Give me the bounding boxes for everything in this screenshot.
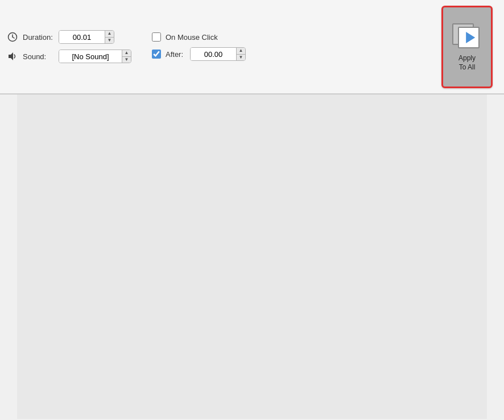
duration-input[interactable] [59, 31, 105, 43]
duration-spinner-buttons: ▲ ▼ [105, 31, 114, 43]
canvas-area [17, 94, 487, 419]
svg-line-2 [13, 37, 14, 38]
svg-marker-3 [9, 52, 13, 60]
after-spinner-buttons: ▲ ▼ [236, 48, 245, 60]
toolbar-middle-fields: On Mouse Click After: ▲ ▼ [152, 32, 246, 61]
duration-decrement-button[interactable]: ▼ [105, 37, 114, 44]
toolbar: Duration: ▲ ▼ Sound: ▲ [0, 0, 504, 94]
toolbar-right: Apply To All [441, 6, 497, 88]
sound-increment-button[interactable]: ▲ [122, 50, 131, 56]
after-input[interactable] [191, 48, 236, 60]
apply-to-all-icon [452, 21, 482, 51]
sound-spinner[interactable]: ▲ ▼ [59, 50, 131, 63]
after-checkbox[interactable] [152, 50, 161, 59]
duration-row: Duration: ▲ ▼ [7, 30, 131, 44]
sound-decrement-button[interactable]: ▼ [122, 56, 131, 63]
duration-label: Duration: [23, 33, 54, 42]
after-decrement-button[interactable]: ▼ [237, 54, 245, 61]
apply-to-all-label: Apply To All [458, 54, 476, 72]
after-row: After: ▲ ▼ [152, 47, 246, 61]
duration-increment-button[interactable]: ▲ [105, 31, 114, 37]
after-increment-button[interactable]: ▲ [237, 48, 245, 54]
arrow-right-icon [466, 32, 475, 43]
apply-to-all-button[interactable]: Apply To All [441, 6, 493, 88]
sound-icon [7, 51, 18, 62]
sound-input[interactable] [59, 50, 122, 63]
sound-row: Sound: ▲ ▼ [7, 50, 131, 63]
slide-front [458, 27, 480, 48]
toolbar-left-fields: Duration: ▲ ▼ Sound: ▲ [7, 30, 131, 63]
after-label[interactable]: After: [166, 50, 183, 59]
on-mouse-click-label[interactable]: On Mouse Click [166, 33, 218, 42]
sound-label: Sound: [23, 52, 54, 61]
sound-spinner-buttons: ▲ ▼ [122, 50, 131, 63]
duration-icon [7, 31, 18, 43]
duration-spinner[interactable]: ▲ ▼ [59, 30, 114, 44]
after-spinner[interactable]: ▲ ▼ [190, 47, 246, 61]
on-mouse-click-checkbox[interactable] [152, 32, 161, 42]
on-mouse-click-row: On Mouse Click [152, 32, 246, 42]
